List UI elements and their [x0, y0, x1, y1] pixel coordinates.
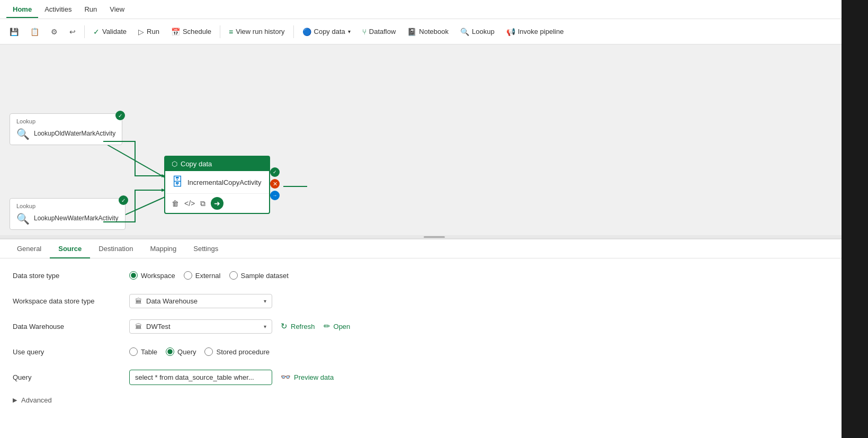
tab-destination[interactable]: Destination: [90, 239, 141, 258]
notebook-label: Notebook: [419, 28, 449, 35]
validate-button[interactable]: ✓ Validate: [88, 25, 132, 39]
lookup1-success-badge: ✓: [115, 111, 125, 120]
radio-table[interactable]: Table: [129, 347, 157, 356]
divider-1: [84, 25, 85, 38]
lookup2-icon: 🔍: [16, 212, 30, 225]
run-button[interactable]: ▷ Run: [133, 25, 165, 39]
workspace-data-store-type-value: Data Warehouse: [146, 297, 198, 305]
radio-query-label: Query: [177, 348, 196, 356]
use-query-label: Use query: [13, 348, 129, 356]
data-warehouse-select[interactable]: 🏛 DWTest ▾: [129, 319, 272, 334]
schedule-icon: 📅: [171, 28, 180, 36]
radio-table-input[interactable]: [129, 347, 138, 356]
dataflow-icon: ⑂: [362, 28, 366, 36]
undo-icon: ↩: [69, 28, 76, 36]
lookup1-icon: 🔍: [16, 128, 30, 140]
advanced-row[interactable]: ▶ Advanced: [13, 394, 855, 406]
side-error-icon: ✕: [270, 179, 280, 189]
menu-item-activities[interactable]: Activities: [38, 1, 78, 17]
tab-source[interactable]: Source: [50, 239, 90, 258]
data-warehouse-chevron: ▾: [264, 324, 266, 329]
invoke-pipeline-label: Invoke pipeline: [518, 28, 564, 35]
side-icons: ✓ ✕ →: [270, 167, 280, 200]
save-button[interactable]: 💾: [4, 25, 24, 39]
invoke-pipeline-button[interactable]: 📢 Invoke pipeline: [501, 25, 569, 39]
radio-sample-dataset[interactable]: Sample dataset: [229, 271, 289, 280]
view-run-history-button[interactable]: ≡ View run history: [223, 25, 290, 39]
tab-mapping[interactable]: Mapping: [141, 239, 185, 258]
radio-table-label: Table: [141, 348, 157, 356]
radio-external[interactable]: External: [184, 271, 221, 280]
resize-handle-bar: [424, 236, 445, 238]
copy-data-icon: 🔵: [302, 28, 311, 36]
lookup-label: Lookup: [472, 28, 495, 35]
radio-query-input[interactable]: [166, 347, 174, 356]
form-area: Data store type Workspace External Sampl…: [0, 258, 868, 415]
refresh-label: Refresh: [291, 323, 315, 330]
copy-node-label: IncrementalCopyActivity: [187, 178, 261, 186]
query-input[interactable]: [129, 370, 272, 385]
radio-sample-dataset-input[interactable]: [229, 271, 238, 280]
divider-2: [220, 25, 220, 38]
radio-external-input[interactable]: [184, 271, 192, 280]
code-icon[interactable]: </>: [184, 199, 195, 208]
data-warehouse-icon: 🏛: [135, 323, 142, 330]
dataflow-label: Dataflow: [369, 28, 396, 35]
open-icon: ✏: [324, 321, 330, 331]
query-row: Query 👓 Preview data: [13, 369, 855, 386]
menu-item-view[interactable]: View: [103, 1, 131, 17]
bottom-panel: General Source Destination Mapping Setti…: [0, 238, 868, 438]
menu-item-run[interactable]: Run: [78, 1, 103, 17]
radio-workspace[interactable]: Workspace: [129, 271, 175, 280]
refresh-icon: ↻: [281, 321, 288, 331]
notebook-button[interactable]: 📓 Notebook: [402, 25, 454, 39]
copy-data-button[interactable]: 🔵 Copy data ▾: [297, 25, 356, 39]
run-icon: ▷: [138, 28, 144, 36]
go-icon[interactable]: ➜: [211, 197, 223, 210]
advanced-chevron: ▶: [13, 397, 17, 404]
advanced-label: Advanced: [21, 396, 52, 404]
data-store-type-label: Data store type: [13, 272, 129, 280]
dataflow-button[interactable]: ⑂ Dataflow: [357, 25, 401, 39]
side-skip-icon: →: [270, 191, 280, 200]
invoke-pipeline-icon: 📢: [506, 28, 515, 36]
radio-stored-procedure-input[interactable]: [204, 347, 213, 356]
workspace-data-store-type-icon: 🏛: [135, 297, 142, 305]
side-success-icon: ✓: [270, 167, 280, 177]
radio-workspace-label: Workspace: [141, 272, 175, 280]
delete-icon[interactable]: 🗑: [172, 199, 179, 208]
radio-query[interactable]: Query: [166, 347, 196, 356]
query-label: Query: [13, 373, 129, 381]
radio-workspace-input[interactable]: [129, 271, 138, 280]
lookup-button[interactable]: 🔍 Lookup: [455, 25, 500, 39]
menu-item-home[interactable]: Home: [6, 1, 38, 17]
tab-settings[interactable]: Settings: [185, 239, 227, 258]
schedule-label: Schedule: [183, 28, 211, 35]
copy-node-header-icon: ⬡: [172, 160, 177, 168]
lookup1-title: Lookup: [16, 118, 115, 124]
connector-svg-1: [103, 136, 172, 178]
copy-node[interactable]: ⬡ Copy data 🗄 IncrementalCopyActivity 🗑 …: [164, 156, 270, 214]
data-warehouse-value: DWTest: [146, 323, 171, 330]
data-store-type-row: Data store type Workspace External Sampl…: [13, 267, 855, 284]
refresh-button[interactable]: ↻ Refresh: [281, 321, 315, 331]
connector-1: [103, 139, 167, 140]
workspace-data-store-type-select[interactable]: 🏛 Data Warehouse ▾: [129, 294, 272, 308]
connector-2: [103, 225, 167, 226]
copy-data-chevron: ▾: [348, 29, 351, 34]
clone-icon[interactable]: ⧉: [200, 199, 205, 208]
notebook-icon: 📓: [407, 28, 416, 36]
settings-button[interactable]: ⚙: [46, 25, 63, 39]
schedule-button[interactable]: 📅 Schedule: [166, 25, 217, 39]
open-button[interactable]: ✏ Open: [324, 321, 351, 331]
tab-general[interactable]: General: [8, 239, 50, 258]
radio-stored-procedure[interactable]: Stored procedure: [204, 347, 269, 356]
copy-node-title: Copy data: [181, 160, 212, 168]
radio-sample-dataset-label: Sample dataset: [241, 272, 289, 280]
undo-button[interactable]: ↩: [64, 25, 81, 39]
validate-icon: ✓: [93, 28, 100, 36]
use-query-controls: Table Query Stored procedure: [129, 347, 270, 356]
preview-data-button[interactable]: 👓 Preview data: [281, 372, 334, 382]
data-warehouse-inner: 🏛 DWTest: [135, 323, 171, 330]
save-as-button[interactable]: 📋: [25, 25, 44, 39]
